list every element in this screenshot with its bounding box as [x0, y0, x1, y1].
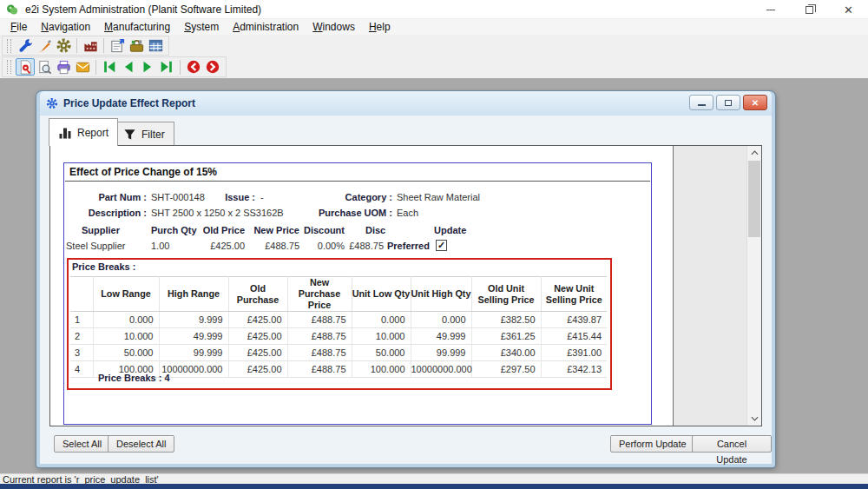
tab-report-label: Report	[77, 127, 108, 139]
purchase-uom-label: Purchase UOM :	[297, 208, 392, 219]
preferred-label: Preferred	[387, 241, 430, 252]
purchase-uom-value: Each	[397, 208, 418, 219]
menu-help[interactable]: Help	[362, 20, 398, 34]
last-record-icon[interactable]	[157, 58, 176, 76]
select-all-button[interactable]: Select All	[54, 435, 110, 453]
col-old-unit-selling-price: Old UnitSelling Price	[471, 277, 541, 312]
pdf-export-icon[interactable]	[16, 58, 35, 76]
vertical-scrollbar[interactable]	[746, 146, 761, 426]
deselect-all-button[interactable]: Deselect All	[108, 435, 174, 453]
minimize-button[interactable]	[751, 0, 790, 19]
menu-bar: File Navigation Manufacturing System Adm…	[0, 19, 868, 35]
menu-windows[interactable]: Windows	[306, 20, 362, 34]
supplier-value: Steel Supplier	[66, 241, 126, 252]
child-close-button[interactable]: ✕	[743, 95, 767, 110]
wrench-icon[interactable]	[16, 37, 35, 55]
factory-icon[interactable]	[81, 37, 100, 55]
report-gear-icon	[46, 97, 58, 109]
perform-update-button[interactable]: Perform Update	[610, 435, 695, 453]
back-icon[interactable]	[184, 58, 203, 76]
report-frame: Effect of Price Change of 15% Part Num :…	[63, 162, 652, 425]
next-record-icon[interactable]	[138, 58, 157, 76]
child-minimize-icon	[698, 104, 706, 106]
price-break-row-3: 3 50.000 99.999 £425.00 £488.75 50.000 9…	[70, 345, 607, 361]
chevron-up-icon	[751, 150, 759, 155]
issue-value: -	[260, 192, 264, 203]
col-high-range: High Range	[159, 277, 228, 312]
price-breaks-count: Price Breaks : 4	[98, 373, 170, 383]
col-unit-low-qty: Unit Low Qty	[352, 277, 411, 312]
scroll-down-button[interactable]	[747, 412, 761, 426]
col-low-range: Low Range	[93, 277, 159, 312]
toolbar-grip[interactable]	[7, 39, 11, 53]
child-restore-icon	[725, 100, 732, 106]
menu-file[interactable]: File	[3, 20, 34, 34]
forward-icon[interactable]	[203, 58, 222, 76]
toolbar-separator	[180, 60, 181, 75]
part-num-label: Part Num :	[64, 192, 147, 203]
report-title-row: Effect of Price Change of 15%	[65, 163, 650, 182]
price-break-row-2: 2 10.000 49.999 £425.00 £488.75 10.000 4…	[70, 328, 607, 345]
new-price-value: £488.75	[245, 241, 299, 252]
toolbar-zone	[0, 35, 868, 78]
old-price-header: Old Price	[188, 225, 245, 236]
minimize-icon	[766, 10, 775, 10]
tab-filter[interactable]: Filter	[114, 122, 174, 146]
description-label: Description :	[64, 208, 147, 219]
toolbox-icon[interactable]	[127, 37, 146, 55]
filter-funnel-icon	[123, 128, 136, 141]
toolbar-separator	[76, 38, 77, 53]
description-value: SHT 2500 x 1250 x 2 SS3162B	[151, 208, 284, 219]
status-bar: Current report is 'r_price_update_list'	[0, 473, 868, 484]
child-window-body: Report Filter Effect of Price Change of …	[40, 116, 772, 464]
tab-filter-label: Filter	[141, 129, 165, 141]
taskbar-strip	[0, 484, 868, 489]
price-breaks-section: Price Breaks : Low Range High Range OldP…	[67, 258, 612, 390]
app-title: e2i System Administration (Planit Softwa…	[25, 3, 261, 16]
cancel-update-button[interactable]: Cancel Update	[692, 435, 772, 453]
col-old-purchase: OldPurchase	[228, 277, 287, 312]
menu-administration[interactable]: Administration	[226, 20, 306, 34]
toolbar-separator	[95, 60, 96, 75]
update-header: Update	[434, 225, 466, 236]
menu-navigation[interactable]: Navigation	[34, 20, 97, 34]
bar-chart-icon	[58, 126, 72, 140]
child-window-title: Price Update Effect Report	[63, 97, 195, 109]
price-breaks-table: Low Range High Range OldPurchase New Pur…	[70, 276, 607, 378]
app-icon	[6, 3, 18, 16]
child-titlebar[interactable]: Price Update Effect Report ✕	[40, 91, 772, 116]
category-label: Category :	[297, 192, 392, 203]
properties-icon[interactable]	[108, 37, 127, 55]
data-grid-icon[interactable]	[146, 37, 165, 55]
email-icon[interactable]	[73, 58, 92, 76]
menu-system[interactable]: System	[177, 20, 226, 34]
toolbar-grip[interactable]	[7, 60, 11, 74]
supplier-header: Supplier	[82, 225, 120, 236]
print-icon[interactable]	[54, 58, 73, 76]
app-titlebar: e2i System Administration (Planit Softwa…	[0, 0, 868, 19]
update-checkbox[interactable]	[436, 240, 447, 251]
restore-button[interactable]	[790, 0, 829, 19]
mdi-background: Price Update Effect Report ✕ Report Filt…	[0, 78, 868, 473]
disc-value: £488.75	[338, 241, 384, 252]
col-unit-high-qty: Unit High Qty	[411, 277, 471, 312]
old-price-value: £425.00	[188, 241, 245, 252]
child-close-icon: ✕	[752, 98, 759, 108]
gear-icon[interactable]	[54, 37, 73, 55]
price-breaks-label: Price Breaks :	[72, 261, 135, 272]
restore-icon	[806, 6, 813, 14]
child-minimize-button[interactable]	[689, 95, 713, 110]
print-preview-icon[interactable]	[35, 58, 54, 76]
menu-manufacturing[interactable]: Manufacturing	[97, 20, 177, 34]
close-button[interactable]: ✕	[829, 0, 868, 19]
previous-record-icon[interactable]	[119, 58, 138, 76]
price-update-effect-report-window: Price Update Effect Report ✕ Report Filt…	[36, 91, 775, 467]
paint-tool-icon[interactable]	[35, 37, 54, 55]
scroll-up-button[interactable]	[747, 146, 761, 160]
first-record-icon[interactable]	[100, 58, 119, 76]
tab-report[interactable]: Report	[49, 118, 118, 146]
scrollbar-thumb[interactable]	[748, 161, 760, 237]
report-toolbar	[2, 56, 227, 77]
issue-label: Issue :	[194, 192, 255, 203]
child-restore-button[interactable]	[716, 95, 740, 110]
